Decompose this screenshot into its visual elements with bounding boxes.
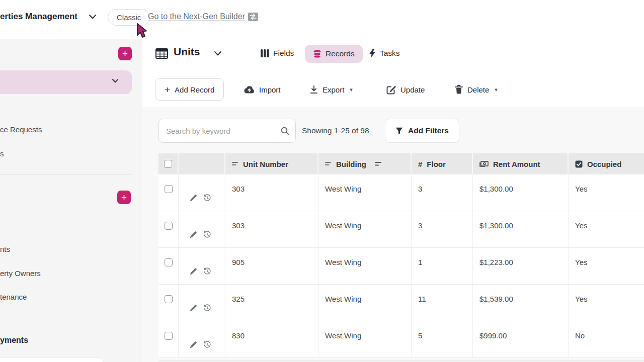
update-button[interactable]: Update <box>386 78 425 101</box>
actions-header-cell <box>179 153 225 174</box>
currency-type-icon <box>479 161 489 167</box>
sidebar-item-maintenance[interactable]: tenance <box>0 293 27 301</box>
builder-switch-icon <box>248 13 258 21</box>
cell-occupied: Yes <box>569 174 644 211</box>
sidebar-item-property-owners[interactable]: erty Owners <box>0 269 41 278</box>
row-checkbox-cell <box>158 174 179 211</box>
search-input[interactable] <box>159 119 274 142</box>
app-title: erties Management <box>0 12 77 22</box>
sidebar-section-payments[interactable]: yments <box>0 336 28 345</box>
row-checkbox[interactable] <box>165 332 173 340</box>
edit-record-icon[interactable] <box>190 258 197 284</box>
col-header-floor[interactable]: # Floor <box>412 153 473 174</box>
add-filters-button[interactable]: Add Filters <box>385 119 459 143</box>
caret-down-icon: ▾ <box>495 86 498 93</box>
cell-unit-number: 905 <box>225 248 318 284</box>
table-row: 303 West Wing 3 $1,300.00 Yes <box>158 211 644 248</box>
cell-unit-number: 303 <box>225 174 318 211</box>
history-icon[interactable] <box>203 185 211 211</box>
cell-floor: 3 <box>412 211 473 247</box>
row-checkbox[interactable] <box>165 185 173 193</box>
row-checkbox-cell <box>158 321 179 357</box>
table-row: 905 West Wing 1 $1,223.00 Yes <box>158 248 644 285</box>
history-icon[interactable] <box>203 258 211 284</box>
history-icon[interactable] <box>203 295 211 321</box>
app-window: erties Management Classic Go to the Next… <box>0 0 644 362</box>
add-record-button[interactable]: + Add Record <box>155 78 224 101</box>
chevron-down-icon[interactable] <box>112 78 119 83</box>
col-header-building[interactable]: Building <box>318 153 412 174</box>
table-header-row: Unit Number Building # <box>158 153 644 174</box>
search-icon <box>281 127 289 135</box>
tab-records-active[interactable]: Records <box>305 45 363 63</box>
cell-floor: 5 <box>412 321 473 357</box>
nextgen-builder-link[interactable]: Go to the Next-Gen Builder <box>148 12 258 21</box>
table-row: 325 West Wing 11 $1,539.00 Yes <box>158 285 644 321</box>
cell-floor: 11 <box>412 285 473 321</box>
import-button[interactable]: Import <box>244 78 281 101</box>
search-box <box>158 119 296 143</box>
sort-icon[interactable] <box>375 161 382 167</box>
cell-building: West Wing <box>318 174 412 211</box>
sidebar-add-button-middle[interactable]: + <box>117 191 131 204</box>
table-row: 830 West Wing 5 $999.00 No <box>158 321 644 358</box>
table-row: 303 West Wing 3 $1,300.00 Yes <box>158 174 644 211</box>
cell-rent: $1,539.00 <box>473 285 569 321</box>
row-checkbox[interactable] <box>165 222 173 230</box>
row-actions-cell <box>179 248 225 284</box>
sidebar-item-requests[interactable]: ce Requests <box>0 125 42 134</box>
export-button[interactable]: Export ▾ <box>310 78 353 101</box>
sidebar-divider <box>0 174 132 175</box>
sidebar-add-button-top[interactable]: + <box>118 47 132 60</box>
lightning-icon <box>369 49 376 58</box>
cloud-upload-icon <box>244 85 255 94</box>
sidebar-bottom-card[interactable] <box>0 357 104 362</box>
edit-pencil-square-icon <box>386 85 396 95</box>
caret-down-icon: ▾ <box>350 86 353 93</box>
records-table: Unit Number Building # <box>158 153 644 358</box>
history-icon[interactable] <box>203 332 211 357</box>
delete-button[interactable]: Delete ▾ <box>455 78 498 101</box>
fields-columns-icon <box>261 49 269 57</box>
cell-rent: $999.00 <box>473 321 569 357</box>
edit-record-icon[interactable] <box>190 295 197 321</box>
edit-record-icon[interactable] <box>190 222 197 247</box>
trash-icon <box>455 85 463 94</box>
row-actions-cell <box>179 211 225 247</box>
row-checkbox[interactable] <box>165 258 173 266</box>
edit-record-icon[interactable] <box>190 332 197 357</box>
chevron-down-icon[interactable] <box>89 14 97 20</box>
cell-unit-number: 830 <box>225 321 318 357</box>
row-actions-cell <box>179 174 225 211</box>
cell-occupied: Yes <box>569 248 644 284</box>
cell-unit-number: 303 <box>225 211 318 247</box>
cell-building: West Wing <box>318 321 412 357</box>
sidebar-item-tenants[interactable]: nts <box>0 245 10 253</box>
cell-rent: $1,223.00 <box>473 248 569 284</box>
search-button[interactable] <box>274 119 295 142</box>
cell-floor: 1 <box>412 248 473 284</box>
tab-tasks[interactable]: Tasks <box>369 49 400 58</box>
select-all-cell <box>158 153 179 174</box>
col-header-occupied[interactable]: Occupied <box>569 153 644 174</box>
cell-rent: $1,300.00 <box>473 211 569 247</box>
history-icon[interactable] <box>203 222 211 247</box>
cell-floor: 3 <box>412 174 473 211</box>
edit-record-icon[interactable] <box>190 185 197 211</box>
col-header-rent-amount[interactable]: Rent Amount <box>473 153 569 174</box>
entity-title: Units <box>174 46 200 58</box>
filter-funnel-icon <box>395 127 403 135</box>
row-checkbox-cell <box>158 248 179 284</box>
row-checkbox[interactable] <box>165 295 173 303</box>
sidebar-item-selected[interactable] <box>0 70 132 94</box>
select-all-checkbox[interactable] <box>164 160 172 168</box>
download-icon <box>310 85 318 94</box>
chevron-down-icon[interactable] <box>214 51 222 56</box>
mouse-cursor <box>136 23 149 40</box>
col-header-unit-number[interactable]: Unit Number <box>225 153 318 174</box>
plus-icon: + <box>122 49 128 58</box>
sidebar-item-partial-1[interactable]: s <box>0 149 4 158</box>
tab-fields[interactable]: Fields <box>261 49 294 58</box>
cell-occupied: Yes <box>569 285 644 321</box>
checkbox-type-icon <box>575 160 583 168</box>
